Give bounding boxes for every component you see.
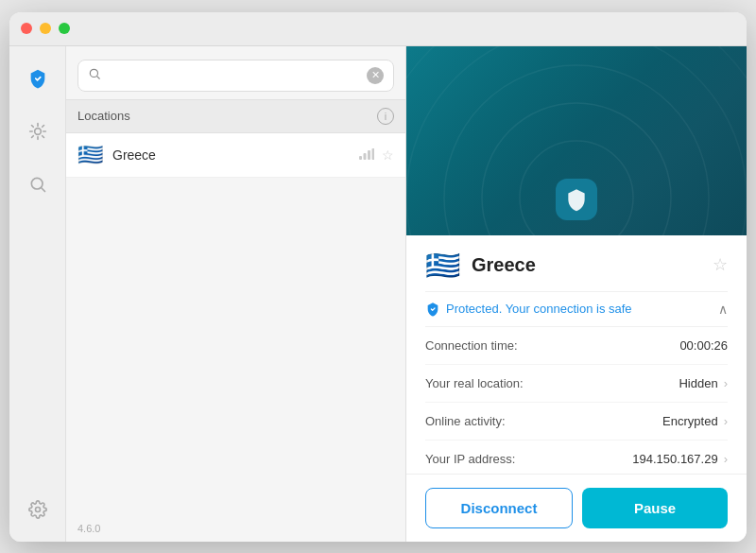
country-header: 🇬🇷 Greece ☆	[425, 235, 728, 292]
svg-line-13	[97, 76, 100, 78]
connection-time-value: 00:00:26	[679, 338, 728, 353]
main-content: greece ✕ Locations i 🇬🇷 Greece	[9, 46, 747, 542]
vpn-hero	[406, 46, 747, 235]
online-activity-value-group: Encrypted ›	[662, 414, 728, 428]
greece-name: Greece	[112, 147, 350, 163]
search-bar[interactable]: greece ✕	[77, 60, 394, 92]
right-panel: 🇬🇷 Greece ☆ Protected. Your connection i…	[406, 46, 747, 542]
svg-rect-14	[359, 156, 362, 160]
disconnect-button[interactable]: Disconnect	[425, 488, 573, 528]
svg-line-8	[42, 125, 43, 127]
svg-line-5	[31, 125, 33, 127]
locations-section-header: Locations i	[66, 99, 405, 133]
online-activity-chevron-icon: ›	[724, 414, 728, 428]
ip-address-value-group: 194.150.167.29 ›	[632, 452, 728, 466]
online-activity-row[interactable]: Online activity: Encrypted ›	[425, 403, 728, 441]
real-location-value: Hidden	[679, 376, 717, 390]
clear-search-button[interactable]: ✕	[367, 67, 384, 84]
ip-address-chevron-icon: ›	[724, 452, 728, 466]
collapse-icon: ∧	[718, 302, 728, 317]
favorite-icon[interactable]: ☆	[382, 147, 394, 163]
connection-time-value-group: 00:00:26	[679, 338, 728, 353]
location-list: 🇬🇷 Greece ☆	[66, 133, 405, 515]
real-location-label: Your real location:	[425, 376, 524, 390]
minimize-button[interactable]	[40, 23, 51, 34]
svg-rect-17	[372, 148, 375, 160]
sidebar	[9, 46, 66, 542]
sidebar-item-brightness[interactable]	[21, 114, 55, 148]
online-activity-label: Online activity:	[425, 414, 506, 428]
app-window: greece ✕ Locations i 🇬🇷 Greece	[9, 12, 747, 542]
maximize-button[interactable]	[59, 23, 70, 34]
svg-point-11	[35, 507, 40, 511]
search-input[interactable]: greece	[109, 68, 359, 83]
real-location-value-group: Hidden ›	[679, 376, 728, 390]
hero-logo	[556, 179, 597, 220]
sidebar-item-search[interactable]	[21, 167, 55, 201]
real-location-row[interactable]: Your real location: Hidden ›	[425, 365, 728, 403]
detail-favorite-icon[interactable]: ☆	[713, 254, 728, 275]
detail-flag: 🇬🇷	[425, 249, 460, 282]
status-shield-icon	[425, 302, 440, 317]
svg-rect-15	[364, 153, 367, 160]
svg-point-0	[34, 128, 41, 134]
connection-time-label: Connection time:	[425, 338, 518, 353]
online-activity-value: Encrypted	[662, 414, 718, 428]
signal-icon	[359, 147, 374, 163]
left-panel: greece ✕ Locations i 🇬🇷 Greece	[66, 46, 406, 542]
detail-country-name: Greece	[472, 254, 701, 276]
svg-rect-16	[368, 150, 370, 160]
location-actions: ☆	[359, 147, 394, 163]
status-badge: Protected. Your connection is safe	[425, 302, 632, 317]
info-icon[interactable]: i	[377, 108, 394, 125]
title-bar	[9, 12, 747, 46]
version-label: 4.6.0	[66, 515, 405, 542]
locations-label: Locations	[77, 109, 130, 123]
ip-address-row[interactable]: Your IP address: 194.150.167.29 ›	[425, 441, 728, 474]
ip-address-label: Your IP address:	[425, 452, 515, 466]
real-location-chevron-icon: ›	[724, 376, 728, 390]
sidebar-item-shield[interactable]	[21, 61, 55, 95]
svg-line-10	[41, 187, 44, 191]
pause-button[interactable]: Pause	[582, 488, 728, 528]
ip-address-value: 194.150.167.29	[632, 452, 717, 466]
connection-time-row: Connection time: 00:00:26	[425, 327, 728, 365]
close-button[interactable]	[21, 23, 32, 34]
search-icon	[88, 67, 101, 84]
connection-info: 🇬🇷 Greece ☆ Protected. Your connection i…	[406, 235, 747, 474]
greece-flag: 🇬🇷	[77, 143, 103, 167]
sidebar-item-settings[interactable]	[21, 493, 55, 527]
status-row[interactable]: Protected. Your connection is safe ∧	[425, 292, 728, 327]
svg-line-6	[42, 135, 43, 137]
list-item[interactable]: 🇬🇷 Greece ☆	[66, 133, 405, 178]
action-buttons: Disconnect Pause	[406, 474, 747, 542]
svg-line-7	[31, 135, 33, 137]
